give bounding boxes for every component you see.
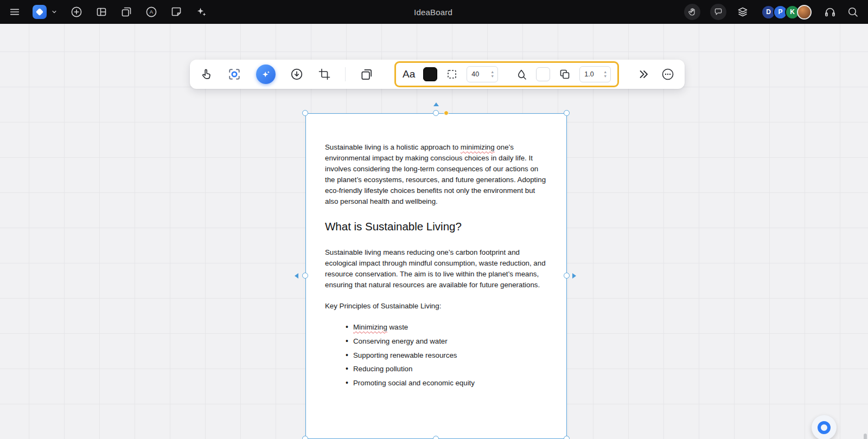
draw-button[interactable]: A [145, 5, 158, 18]
paragraph: Sustainable living means reducing one’s … [325, 247, 548, 290]
list-item: Promoting social and economic equity [346, 376, 548, 390]
canvas[interactable]: Sustainable living is a holistic approac… [0, 24, 868, 439]
download-icon [290, 67, 304, 81]
topbar: A IdeaBoard D P K [0, 0, 868, 24]
avatar-initial: K [790, 8, 795, 16]
collaborator-avatars: D P K [761, 5, 812, 20]
sticky-note-icon [170, 5, 183, 18]
list-item: Supporting renewable resources [346, 348, 548, 363]
resize-handle-bottom-right[interactable] [564, 436, 570, 439]
resize-handle-bottom-left[interactable] [302, 436, 308, 439]
assistant-bubble[interactable] [812, 415, 837, 439]
crop-icon [318, 68, 331, 81]
section-heading: What is Sustainable Living? [325, 220, 548, 233]
crop-button[interactable] [318, 68, 331, 81]
hamburger-menu-button[interactable] [9, 6, 21, 18]
context-toolbar: Aa ▲ ▼ [190, 60, 685, 89]
assistant-logo-icon [818, 421, 831, 434]
no-fill-icon [515, 68, 528, 81]
board-layout-icon [95, 5, 108, 18]
opacity-button[interactable] [558, 68, 571, 81]
board-layout-button[interactable] [95, 5, 108, 18]
list-item-text: Reducing pollution [353, 365, 412, 373]
comments-button[interactable] [710, 4, 726, 20]
paragraph: Sustainable living is a holistic approac… [325, 142, 548, 206]
ai-sparkle-icon [260, 69, 271, 80]
app-logo [33, 5, 47, 19]
cards-button[interactable] [360, 67, 374, 81]
layers-button[interactable] [736, 5, 749, 18]
expand-right-arrow-icon[interactable] [572, 273, 576, 279]
font-size-input[interactable] [471, 70, 486, 78]
expand-up-arrow-icon[interactable] [433, 102, 439, 106]
stepper-up-icon[interactable]: ▲ [602, 70, 608, 74]
selection-accent-dot[interactable] [444, 111, 449, 115]
add-element-button[interactable] [70, 5, 83, 18]
text-style-property-group: Aa ▲ ▼ [394, 61, 619, 87]
opacity-steppers: ▲ ▼ [602, 70, 608, 79]
expand-left-arrow-icon[interactable] [295, 273, 298, 279]
font-size-control: ▲ ▼ [467, 66, 498, 82]
select-tool-button[interactable] [200, 68, 213, 81]
list-item-text: waste [387, 323, 408, 331]
selected-text-card[interactable]: Sustainable living is a holistic approac… [305, 113, 567, 439]
bullet-list: Minimizing waste Conserving energy and w… [325, 320, 548, 390]
border-style-button[interactable] [445, 68, 458, 81]
avatar-photo[interactable] [797, 5, 812, 20]
comment-icon [713, 7, 723, 17]
pan-tool-button[interactable] [684, 4, 700, 20]
text-color-swatch[interactable] [423, 67, 437, 81]
stepper-up-icon[interactable]: ▲ [489, 70, 495, 74]
support-button[interactable] [824, 5, 837, 18]
cards-icon [360, 67, 374, 81]
page-title: IdeaBoard [414, 0, 452, 24]
resize-handle-top-middle[interactable] [433, 110, 439, 116]
avatar-initial: D [766, 8, 771, 16]
layers-icon [736, 5, 749, 18]
screen: A IdeaBoard D P K [0, 0, 868, 439]
sparkles-icon [195, 5, 208, 18]
app-logo-group[interactable] [33, 5, 58, 19]
resize-handle-bottom-middle[interactable] [433, 436, 439, 439]
border-style-icon [445, 68, 458, 81]
list-intro: Key Principles of Sustainable Living: [325, 301, 548, 312]
search-icon [846, 5, 859, 18]
scrollbar-thumb[interactable] [864, 434, 867, 439]
double-chevron-right-icon [637, 68, 650, 81]
fill-toggle-button[interactable] [515, 68, 528, 81]
logo-glyph-icon [36, 8, 43, 16]
headset-icon [824, 5, 837, 18]
draw-circle-icon: A [145, 5, 158, 18]
avatar-initial: P [778, 8, 782, 16]
resize-handle-middle-left[interactable] [302, 273, 308, 279]
fill-color-swatch[interactable] [536, 67, 550, 81]
search-button[interactable] [846, 5, 859, 18]
list-item-text: Promoting social and economic equity [353, 379, 475, 387]
resize-handle-top-right[interactable] [564, 110, 570, 116]
overflow-menu-button[interactable] [661, 67, 675, 81]
add-circle-icon [70, 5, 83, 18]
svg-text:A: A [150, 9, 154, 15]
more-tools-button[interactable] [637, 68, 650, 81]
focus-capture-button[interactable] [227, 67, 242, 82]
font-style-button[interactable]: Aa [403, 68, 415, 80]
ellipsis-circle-icon [661, 67, 675, 81]
list-item: Reducing pollution [346, 362, 548, 376]
resize-handle-top-left[interactable] [302, 110, 308, 116]
capture-button[interactable] [120, 5, 133, 18]
opacity-input[interactable] [584, 70, 598, 78]
stepper-down-icon[interactable]: ▼ [602, 74, 608, 79]
stepper-down-icon[interactable]: ▼ [489, 74, 495, 79]
magic-button[interactable] [195, 5, 208, 18]
misspelled-word: minimizing [461, 143, 495, 151]
list-item: Conserving energy and water [346, 334, 548, 348]
pan-hand-icon [687, 7, 697, 17]
sticky-note-button[interactable] [170, 5, 183, 18]
download-button[interactable] [290, 67, 304, 81]
resize-handle-middle-right[interactable] [564, 273, 570, 279]
chevron-down-icon[interactable] [50, 8, 58, 16]
select-hand-icon [200, 68, 213, 81]
ai-assist-button[interactable] [256, 64, 276, 84]
list-item: Minimizing waste [346, 320, 548, 334]
font-size-steppers: ▲ ▼ [489, 70, 495, 79]
